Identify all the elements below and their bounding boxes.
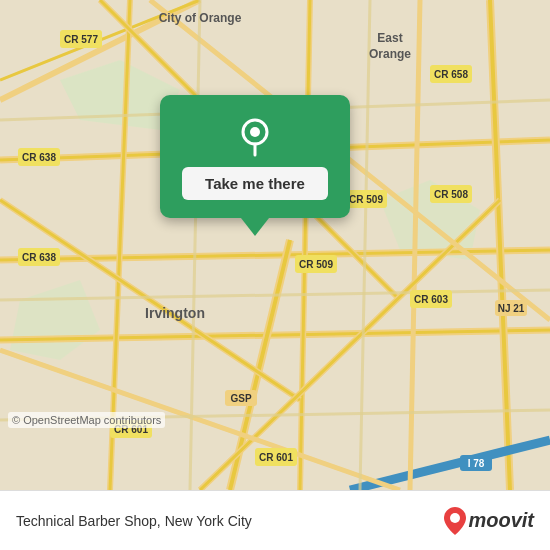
cr603-label: CR 603 <box>414 294 448 305</box>
cr638-left-label: CR 638 <box>22 152 56 163</box>
gsp-label: GSP <box>230 393 251 404</box>
svg-point-52 <box>450 513 460 523</box>
moovit-pin-icon <box>444 507 466 535</box>
irvington-label: Irvington <box>145 305 205 321</box>
cr577-road-label: CR 577 <box>64 34 98 45</box>
cr601-right-label: CR 601 <box>259 452 293 463</box>
i78-label: I 78 <box>468 458 485 469</box>
svg-point-50 <box>250 127 260 137</box>
moovit-text: moovit <box>468 509 534 532</box>
bottom-bar: Technical Barber Shop, New York City moo… <box>0 490 550 550</box>
east-orange-label2: Orange <box>369 47 411 61</box>
cr658-label: CR 658 <box>434 69 468 80</box>
take-me-there-button[interactable]: Take me there <box>182 167 328 200</box>
east-orange-label: East <box>377 31 402 45</box>
map-container: GSP NJ 21 I 78 CR 577 <box>0 0 550 490</box>
location-label: Technical Barber Shop, New York City <box>16 513 444 529</box>
cr509-lower-label: CR 509 <box>299 259 333 270</box>
moovit-logo: moovit <box>444 507 534 535</box>
map-popup: Take me there <box>150 95 360 236</box>
cr508-label: CR 508 <box>434 189 468 200</box>
popup-tail <box>241 218 269 236</box>
popup-card: Take me there <box>160 95 350 218</box>
city-of-orange-label: City of Orange <box>159 11 242 25</box>
cr638-lower-label: CR 638 <box>22 252 56 263</box>
nj21-label: NJ 21 <box>498 303 525 314</box>
map-attribution: © OpenStreetMap contributors <box>8 412 165 428</box>
location-pin-icon <box>233 113 277 157</box>
